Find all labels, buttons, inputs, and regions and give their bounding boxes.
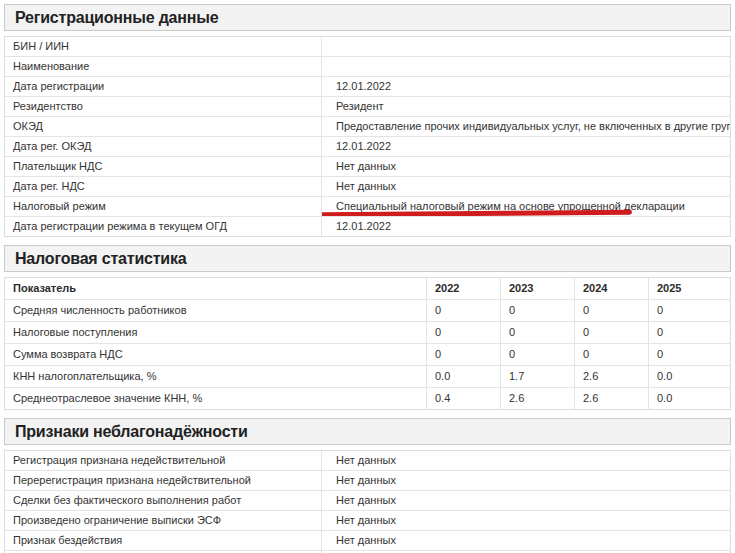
row-label: Дата рег. НДС [5, 177, 321, 196]
stats-row-value: 0 [574, 300, 648, 321]
row-label: Дата регистрации режима в текущем ОГД [5, 217, 321, 236]
section-title-registration: Регистрационные данные [15, 9, 720, 26]
table-row: Наименование [5, 57, 730, 77]
stats-header-year: 2025 [648, 278, 730, 299]
stats-row-value: 0 [574, 344, 648, 365]
row-value: Нет данных [321, 177, 730, 196]
row-value: Предоставление прочих индивидуальных усл… [321, 117, 730, 136]
row-label: БИН / ИИН [5, 37, 321, 56]
row-label: Плательщик НДС [5, 157, 321, 176]
table-row: Дата рег. НДСНет данных [5, 177, 730, 197]
table-row: Дата регистрации12.01.2022 [5, 77, 730, 97]
row-value: Нет данных [321, 511, 730, 530]
section-title-tax-statistics: Налоговая статистика [15, 250, 720, 267]
stats-row-value: 0 [648, 322, 730, 343]
stats-row-label: Средняя численность работников [5, 300, 426, 321]
stats-row: Налоговые поступления0000 [5, 322, 730, 344]
table-row: Дата рег. ОКЭД12.01.2022 [5, 137, 730, 157]
stats-row-value: 0 [426, 300, 500, 321]
table-row: Налоговый режимСпециальный налоговый реж… [5, 197, 730, 217]
row-value: Нет данных [321, 451, 730, 470]
stats-row-label: КНН налогоплательщика, % [5, 366, 426, 387]
registration-table: БИН / ИИННаименованиеДата регистрации12.… [4, 36, 731, 237]
stats-row: КНН налогоплательщика, %0.01.72.60.0 [5, 366, 730, 388]
row-value [321, 37, 730, 56]
stats-row-value: 0 [426, 322, 500, 343]
row-label: Признак бездействия [5, 531, 321, 550]
stats-row-value: 2.6 [500, 388, 574, 409]
row-value [321, 57, 730, 76]
stats-row-value: 0.0 [426, 366, 500, 387]
row-value: Нет данных [321, 157, 730, 176]
tax-statistics-table: Показатель2022202320242025Средняя числен… [4, 277, 731, 410]
table-row: Произведено ограничение выписки ЭСФНет д… [5, 511, 730, 531]
section-registration: Регистрационные данные БИН / ИИННаименов… [4, 4, 731, 237]
stats-row-value: 0 [574, 322, 648, 343]
row-label: Перерегистрация признана недействительно… [5, 471, 321, 490]
row-label: Резидентство [5, 97, 321, 116]
table-row: Регистрация признана недействительнойНет… [5, 451, 730, 471]
stats-row: Среднеотраслевое значение КНН, %0.42.62.… [5, 388, 730, 409]
stats-row-value: 0 [500, 344, 574, 365]
stats-header-row: Показатель2022202320242025 [5, 278, 730, 300]
section-title-reliability: Признаки неблагонадёжности [15, 423, 720, 440]
stats-row-label: Налоговые поступления [5, 322, 426, 343]
row-value: Нет данных [321, 491, 730, 510]
table-row: РезидентствоРезидент [5, 97, 730, 117]
table-row: Признак бездействияНет данных [5, 531, 730, 551]
stats-row-value: 2.6 [574, 366, 648, 387]
row-label: Дата рег. ОКЭД [5, 137, 321, 156]
row-label: Регистрация признана недействительной [5, 451, 321, 470]
red-underline-annotation [321, 210, 632, 216]
row-value: 12.01.2022 [321, 217, 730, 236]
table-row: Плательщик НДСНет данных [5, 157, 730, 177]
row-value: 12.01.2022 [321, 77, 730, 96]
section-reliability: Признаки неблагонадёжности Регистрация п… [4, 418, 731, 553]
stats-row-label: Сумма возврата НДС [5, 344, 426, 365]
stats-row: Сумма возврата НДС0000 [5, 344, 730, 366]
row-label: Произведено ограничение выписки ЭСФ [5, 511, 321, 530]
table-row: ОКЭДПредоставление прочих индивидуальных… [5, 117, 730, 137]
stats-header-year: 2024 [574, 278, 648, 299]
stats-row-value: 0 [426, 344, 500, 365]
row-label: Наименование [5, 57, 321, 76]
row-value: Резидент [321, 97, 730, 116]
stats-row-value: 0.0 [648, 366, 730, 387]
stats-row-label: Среднеотраслевое значение КНН, % [5, 388, 426, 409]
stats-row-value: 0.0 [648, 388, 730, 409]
row-label: ОКЭД [5, 117, 321, 136]
section-tax-statistics: Налоговая статистика Показатель202220232… [4, 245, 731, 410]
row-label: Дата регистрации [5, 77, 321, 96]
row-value: Специальный налоговый режим на основе уп… [321, 197, 730, 216]
stats-row-value: 0 [648, 344, 730, 365]
table-row: Дата регистрации режима в текущем ОГД12.… [5, 217, 730, 236]
stats-row-value: 0 [648, 300, 730, 321]
row-value: 12.01.2022 [321, 137, 730, 156]
stats-row-value: 1.7 [500, 366, 574, 387]
section-header-registration: Регистрационные данные [4, 4, 731, 31]
stats-row-value: 2.6 [574, 388, 648, 409]
stats-row: Средняя численность работников0000 [5, 300, 730, 322]
row-label: Налоговый режим [5, 197, 321, 216]
table-row: Сделки без фактического выполнения работ… [5, 491, 730, 511]
reliability-table: Регистрация признана недействительнойНет… [4, 450, 731, 553]
stats-row-value: 0 [500, 322, 574, 343]
stats-header-year: 2022 [426, 278, 500, 299]
company-report-page: Регистрационные данные БИН / ИИННаименов… [0, 0, 735, 553]
table-row: Перерегистрация признана недействительно… [5, 471, 730, 491]
section-header-reliability: Признаки неблагонадёжности [4, 418, 731, 445]
row-value: Нет данных [321, 471, 730, 490]
stats-header-indicator: Показатель [5, 278, 426, 299]
row-value: Нет данных [321, 531, 730, 550]
stats-row-value: 0 [500, 300, 574, 321]
section-header-tax-statistics: Налоговая статистика [4, 245, 731, 272]
row-label: Сделки без фактического выполнения работ [5, 491, 321, 510]
stats-row-value: 0.4 [426, 388, 500, 409]
stats-header-year: 2023 [500, 278, 574, 299]
table-row: БИН / ИИН [5, 37, 730, 57]
